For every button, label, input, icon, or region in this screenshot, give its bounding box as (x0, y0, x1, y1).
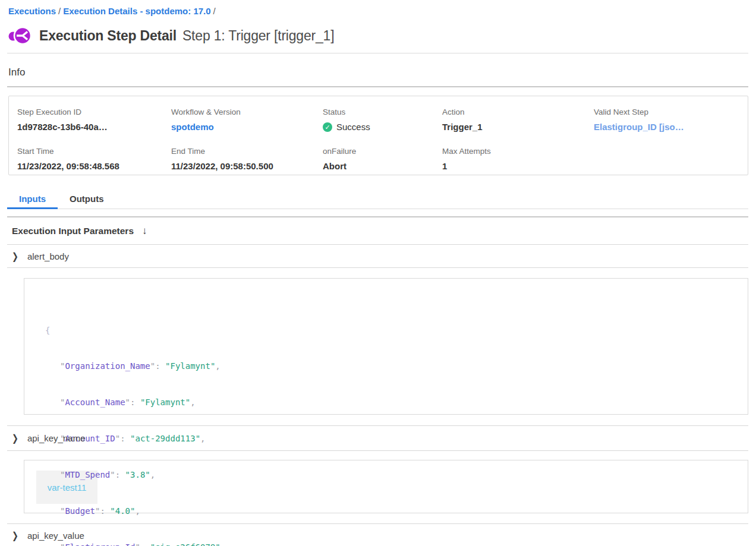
page-title: Execution Step Detail (39, 28, 177, 44)
field-label: onFailure (323, 147, 442, 156)
field-value: Trigger_1 (442, 122, 594, 132)
json-line: "Account_Name": "Fylamynt", (45, 396, 748, 408)
workflow-link[interactable]: spotdemo (171, 122, 323, 132)
app-logo-icon (8, 26, 33, 45)
section-label: api_key_value (27, 531, 84, 541)
field-valid-next-step: Valid Next Step Elastigroup_ID [jso… (594, 108, 739, 136)
field-label: End Time (171, 147, 323, 156)
field-label: Action (442, 108, 594, 116)
json-line: { (45, 324, 748, 336)
field-label: Step Execution ID (17, 108, 171, 116)
valid-next-step-link[interactable]: Elastigroup_ID [jso… (594, 122, 739, 132)
success-check-icon: ✓ (323, 122, 332, 132)
info-heading: Info (8, 67, 756, 78)
params-header: Execution Input Parameters ↓ (7, 217, 748, 245)
breadcrumb-link-executions[interactable]: Executions (8, 6, 56, 16)
field-value: 1d97828c-13b6-40a… (17, 122, 171, 132)
download-arrow-icon[interactable]: ↓ (142, 225, 147, 237)
field-label: Workflow & Version (171, 108, 323, 116)
field-status: Status ✓ Success (323, 108, 442, 136)
field-step-execution-id: Step Execution ID 1d97828c-13b6-40a… (17, 108, 171, 136)
page-subtitle: Step 1: Trigger [trigger_1] (182, 28, 334, 44)
alert-body-content: { "Organization_Name": "Fylamynt", "Acco… (7, 268, 748, 426)
chevron-right-icon[interactable]: ❯ (12, 530, 18, 541)
field-action: Action Trigger_1 (442, 108, 594, 136)
field-value: 11/23/2022, 09:58:48.568 (17, 161, 171, 171)
field-onfailure: onFailure Abort (323, 147, 442, 175)
field-start-time: Start Time 11/23/2022, 09:58:48.568 (17, 147, 171, 175)
tab-bar: Inputs Outputs (7, 190, 748, 209)
info-divider (7, 86, 748, 87)
section-label: api_key_name (27, 433, 86, 443)
field-label: Valid Next Step (594, 108, 739, 116)
status-text: Success (336, 122, 370, 132)
chevron-right-icon[interactable]: ❯ (12, 433, 18, 444)
field-label: Status (323, 108, 442, 116)
breadcrumb-separator: / (56, 6, 63, 16)
field-value: Abort (323, 161, 442, 171)
params-header-label: Execution Input Parameters (12, 226, 134, 236)
json-line: "Organization_Name": "Fylamynt", (45, 360, 748, 372)
json-viewer: { "Organization_Name": "Fylamynt", "Acco… (24, 278, 748, 415)
field-value: 1 (442, 161, 594, 171)
field-label: Start Time (17, 147, 171, 156)
field-max-attempts: Max Attempts 1 (442, 147, 594, 175)
breadcrumb-separator: / (211, 6, 218, 16)
field-label: Max Attempts (442, 147, 594, 156)
chevron-right-icon[interactable]: ❯ (12, 251, 18, 262)
breadcrumb-link-execution-details[interactable]: Execution Details - spotdemo: 17.0 (63, 6, 210, 16)
status-badge: ✓ Success (323, 122, 442, 132)
section-label: alert_body (27, 251, 69, 261)
section-row-alert-body[interactable]: ❯ alert_body (7, 245, 748, 268)
header-divider (7, 53, 748, 53)
tab-outputs[interactable]: Outputs (58, 190, 116, 209)
breadcrumb: Executions/Execution Details - spotdemo:… (0, 0, 756, 16)
tab-inputs[interactable]: Inputs (7, 190, 58, 209)
field-workflow-version: Workflow & Version spotdemo (171, 108, 323, 136)
page-header: Execution Step Detail Step 1: Trigger [t… (8, 25, 756, 46)
field-value: 11/23/2022, 09:58:50.500 (171, 161, 323, 171)
field-end-time: End Time 11/23/2022, 09:58:50.500 (171, 147, 323, 175)
info-card: Step Execution ID 1d97828c-13b6-40a… Wor… (8, 96, 748, 175)
